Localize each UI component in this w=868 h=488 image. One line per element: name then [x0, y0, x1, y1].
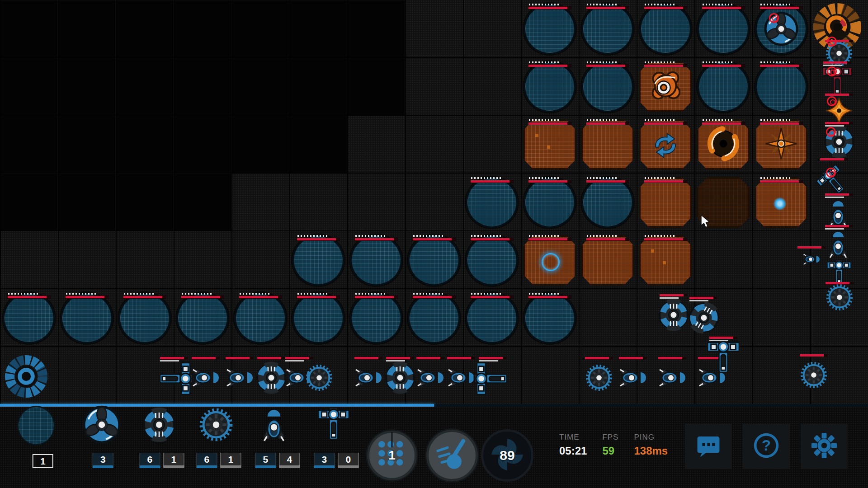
health-dots [529, 177, 559, 179]
secondary-bar [825, 125, 844, 127]
blue-cell[interactable] [639, 3, 692, 55]
unit-health-bar [660, 294, 688, 299]
orange-cell[interactable] [639, 235, 692, 286]
saw-unit[interactable] [799, 361, 828, 391]
t-unit-unit[interactable] [706, 337, 741, 380]
orange-cell[interactable] [523, 119, 576, 170]
saw-unit[interactable] [305, 363, 334, 394]
blue-cell[interactable] [524, 292, 576, 344]
cell-health-bar [528, 177, 571, 183]
cross-unit[interactable] [383, 361, 417, 397]
health-track [479, 357, 507, 359]
fog-cell [231, 0, 289, 58]
saw-unit[interactable] [825, 283, 854, 314]
chat-bubble-icon [695, 432, 722, 460]
unit-slot-saw-unit[interactable]: 61 [185, 407, 247, 470]
blue-cell[interactable] [466, 235, 518, 286]
rocket-unit[interactable] [189, 365, 222, 392]
rocket-unit[interactable] [352, 365, 385, 392]
health-track [644, 180, 687, 183]
health-track [528, 64, 571, 67]
blue-cell[interactable] [466, 177, 518, 228]
blue-cell[interactable] [697, 3, 750, 55]
spider-unit[interactable] [646, 66, 685, 107]
blue-cell[interactable] [581, 61, 634, 113]
swap-arrows-icon[interactable] [651, 131, 680, 162]
rocket-unit[interactable] [826, 229, 853, 261]
blue-cell[interactable] [581, 3, 634, 55]
blue-cell[interactable] [292, 292, 344, 344]
blue-cell[interactable] [408, 292, 460, 344]
unit-health-bar [658, 357, 686, 359]
rocket-unit[interactable] [656, 365, 689, 392]
unit-health-bar [257, 357, 285, 359]
cell-health-bar [760, 119, 802, 125]
unit-slot-clamp-unit[interactable]: 61 [128, 407, 190, 470]
comet-icon [429, 432, 475, 479]
blue-cell[interactable] [118, 292, 171, 344]
blue-cell[interactable] [61, 292, 113, 344]
blue-cell[interactable] [408, 235, 460, 286]
blue-cell[interactable] [697, 61, 750, 113]
health-dots [587, 61, 617, 63]
blue-cell[interactable] [350, 292, 402, 344]
chat-button[interactable] [685, 424, 732, 469]
blue-cell[interactable] [234, 292, 287, 344]
enemy-count-button[interactable]: 89 [481, 429, 533, 482]
unit-health-bar [825, 193, 853, 198]
fog-cell [0, 174, 58, 231]
orange-cell[interactable] [581, 235, 634, 286]
unit-health-bar [689, 297, 717, 301]
unit-health-bar [619, 357, 647, 359]
saw-unit[interactable] [585, 363, 613, 394]
blue-cell[interactable] [755, 61, 807, 113]
blue-cell[interactable] [466, 292, 518, 344]
star-unit[interactable] [763, 126, 799, 164]
t-unit-unit[interactable] [472, 361, 514, 396]
blue-cell[interactable] [3, 292, 55, 344]
mouse-cursor [700, 215, 710, 230]
health-track [181, 296, 224, 299]
health-track [586, 238, 629, 241]
unit-slot-rocket-unit[interactable]: 54 [244, 407, 306, 470]
blue-cell[interactable] [350, 235, 402, 286]
resource-speck [651, 249, 654, 253]
t-unit-unit[interactable] [153, 361, 195, 396]
health-track [619, 357, 647, 359]
meteor-ability-button[interactable] [426, 430, 478, 481]
blue-cell[interactable] [524, 177, 576, 228]
orange-cell[interactable] [581, 119, 634, 170]
blue-cell[interactable] [176, 292, 229, 344]
help-button[interactable]: ? [743, 424, 790, 469]
rocket-unit[interactable] [414, 365, 447, 392]
blue-cell[interactable] [581, 177, 634, 228]
blue-cell[interactable] [292, 235, 344, 286]
health-dots [645, 119, 675, 121]
rocket-unit[interactable] [223, 365, 256, 392]
settings-button[interactable] [801, 424, 848, 469]
ping-value: 138ms [634, 445, 668, 457]
unit-health-bar [386, 357, 414, 361]
unit-slot-fan-unit[interactable]: 3 [71, 407, 132, 470]
cell-health-bar [760, 177, 802, 183]
claw-unit[interactable] [703, 124, 743, 165]
rocket-unit[interactable] [617, 365, 649, 392]
health-track [660, 294, 688, 296]
cell-health-bar [586, 61, 628, 67]
rocket-unit[interactable] [802, 251, 822, 268]
blue-cell[interactable] [524, 61, 576, 113]
health-track [760, 180, 803, 183]
orange-cell[interactable] [639, 177, 692, 228]
unit-slot-hammer-unit[interactable]: 30 [303, 407, 364, 470]
formation-button[interactable]: 1 [367, 431, 417, 480]
fan-turret-unit[interactable] [763, 10, 800, 49]
blue-cell[interactable] [524, 3, 576, 55]
unit-slot-cell-circle[interactable]: 1 [5, 407, 67, 470]
ping-stat: PING 138ms [634, 433, 668, 457]
health-track [528, 6, 571, 9]
health-track [797, 246, 826, 249]
unit-health-bar [820, 158, 848, 160]
fps-value: 59 [602, 445, 618, 457]
secondary-bar [823, 65, 842, 66]
core-ring-unit[interactable] [4, 354, 49, 401]
